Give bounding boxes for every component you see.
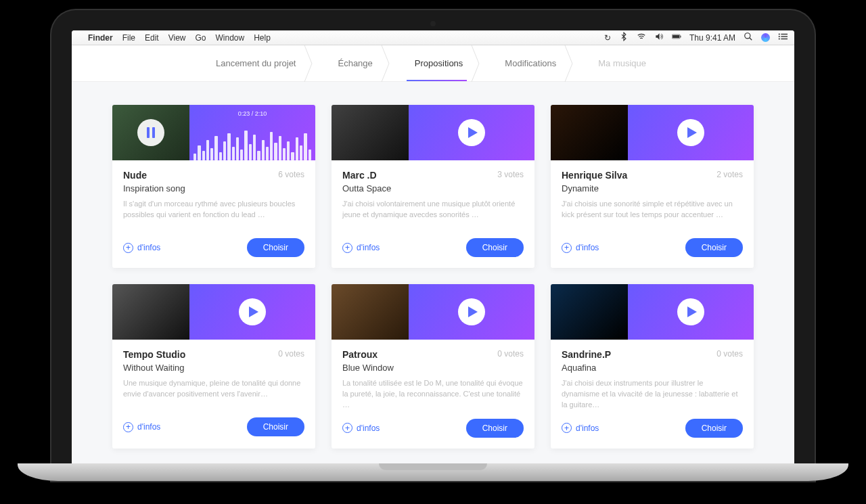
track-title: Inspiration song <box>123 183 304 193</box>
audio-player <box>189 284 315 340</box>
chevron-right-icon <box>568 45 579 82</box>
artist-name: Patroux <box>342 349 378 360</box>
crumb-echange[interactable]: Échange <box>319 45 395 81</box>
vote-count: 2 votes <box>716 170 743 179</box>
play-button[interactable] <box>458 119 485 146</box>
play-button[interactable] <box>458 298 485 325</box>
menubar-item-file[interactable]: File <box>122 33 135 43</box>
pause-button[interactable] <box>137 119 164 146</box>
more-info-link[interactable]: +d'infos <box>123 422 160 432</box>
proposal-card: 0:23 / 2:10Nude6 votesInspiration songIl… <box>112 105 315 268</box>
track-description: J'ai choisi deux instruments pour illust… <box>562 378 743 411</box>
card-media <box>332 105 534 160</box>
audio-player: 0:23 / 2:10 <box>189 105 315 160</box>
card-titlebar: Henrique Silva2 votes <box>562 170 743 181</box>
play-button[interactable] <box>239 298 266 325</box>
card-media <box>332 284 534 340</box>
crumb-ma-musique: Ma musique <box>579 45 669 81</box>
choose-button[interactable]: Choisir <box>466 419 524 438</box>
choose-button[interactable]: Choisir <box>247 238 304 257</box>
track-title: Outta Space <box>342 183 524 193</box>
menubar-item-window[interactable]: Window <box>216 33 245 43</box>
wifi-icon[interactable] <box>637 32 646 43</box>
more-info-label: d'infos <box>576 423 599 433</box>
svg-rect-2 <box>680 35 681 37</box>
chevron-right-icon <box>385 45 396 82</box>
card-body: Patroux0 votesBlue WindowLa tonalité uti… <box>332 340 534 449</box>
svg-point-3 <box>745 33 750 39</box>
card-titlebar: Tempo Studio0 votes <box>123 349 304 360</box>
audio-player <box>409 284 534 340</box>
choose-button[interactable]: Choisir <box>685 238 743 257</box>
crumb-lancement[interactable]: Lancement du projet <box>197 45 319 81</box>
volume-icon[interactable] <box>654 32 664 43</box>
svg-rect-7 <box>781 36 788 37</box>
plus-circle-icon: + <box>123 422 133 432</box>
track-title: Dynamite <box>562 183 743 193</box>
track-title: Blue Window <box>342 363 524 373</box>
more-info-link[interactable]: +d'infos <box>342 243 380 253</box>
card-body: Sandrine.P0 votesAquafinaJ'ai choisi deu… <box>551 340 754 449</box>
menubar-item-view[interactable]: View <box>168 33 186 43</box>
more-info-label: d'infos <box>576 243 599 252</box>
choose-button[interactable]: Choisir <box>247 417 304 436</box>
menubar-app-name[interactable]: Finder <box>88 33 113 43</box>
card-body: Henrique Silva2 votesDynamiteJ'ai choisi… <box>551 160 754 268</box>
track-description: Une musique dynamique, pleine de tonalit… <box>123 378 304 409</box>
content-area: 0:23 / 2:10Nude6 votesInspiration songIl… <box>72 82 794 463</box>
plus-circle-icon: + <box>342 423 352 433</box>
bluetooth-icon[interactable] <box>619 32 629 43</box>
artist-name: Nude <box>123 170 147 181</box>
crumb-modifications[interactable]: Modifications <box>486 45 579 81</box>
more-info-label: d'infos <box>357 243 380 252</box>
crumb-propositions[interactable]: Propositions <box>396 45 486 81</box>
search-icon[interactable] <box>744 32 753 43</box>
artist-thumbnail <box>332 284 409 340</box>
timecode: 0:23 / 2:10 <box>238 110 267 117</box>
track-title: Aquafina <box>562 363 743 373</box>
list-icon[interactable] <box>778 32 788 43</box>
audio-player <box>628 284 754 340</box>
card-actions: +d'infosChoisir <box>342 238 524 257</box>
artist-thumbnail <box>551 284 628 340</box>
choose-button[interactable]: Choisir <box>685 419 743 438</box>
play-button[interactable] <box>677 119 704 146</box>
play-button[interactable] <box>677 298 704 325</box>
card-media <box>112 284 315 340</box>
crumb-label: Ma musique <box>598 58 646 68</box>
artist-name: Sandrine.P <box>562 349 611 360</box>
more-info-link[interactable]: +d'infos <box>562 423 599 433</box>
svg-rect-5 <box>781 34 788 35</box>
proposal-card: Tempo Studio0 votesWithout WaitingUne mu… <box>112 284 315 449</box>
refresh-icon[interactable]: ↻ <box>604 33 611 43</box>
vote-count: 6 votes <box>278 170 304 179</box>
waveform[interactable] <box>189 129 315 160</box>
more-info-link[interactable]: +d'infos <box>562 243 599 253</box>
vote-count: 3 votes <box>497 170 524 179</box>
card-media <box>551 284 754 340</box>
card-actions: +d'infosChoisir <box>123 417 304 436</box>
vote-count: 0 votes <box>716 349 743 359</box>
card-body: Marc .D3 votesOutta SpaceJ'ai choisi vol… <box>332 160 534 268</box>
menubar-item-go[interactable]: Go <box>196 33 206 43</box>
menubar-item-help[interactable]: Help <box>254 33 271 43</box>
svg-point-4 <box>779 33 780 35</box>
audio-player <box>628 105 754 160</box>
card-titlebar: Sandrine.P0 votes <box>562 349 743 360</box>
artist-thumbnail <box>551 105 628 160</box>
audio-player <box>409 105 534 160</box>
laptop-frame: Finder File Edit View Go Window Help ↻ <box>51 10 815 481</box>
plus-circle-icon: + <box>123 243 133 253</box>
more-info-link[interactable]: +d'infos <box>123 243 160 253</box>
menubar-item-edit[interactable]: Edit <box>145 33 159 43</box>
choose-button[interactable]: Choisir <box>466 238 524 257</box>
battery-icon[interactable] <box>672 32 681 43</box>
menubar-clock[interactable]: Thu 9:41 AM <box>689 33 735 43</box>
siri-icon[interactable] <box>761 33 770 42</box>
proposal-card: Patroux0 votesBlue WindowLa tonalité uti… <box>332 284 534 449</box>
track-title: Without Waiting <box>123 363 304 373</box>
track-description: La tonalité utilisée est le Do M, une to… <box>342 378 524 411</box>
proposal-card: Henrique Silva2 votesDynamiteJ'ai choisi… <box>551 105 754 268</box>
svg-rect-1 <box>673 35 679 38</box>
more-info-link[interactable]: +d'infos <box>342 423 380 433</box>
